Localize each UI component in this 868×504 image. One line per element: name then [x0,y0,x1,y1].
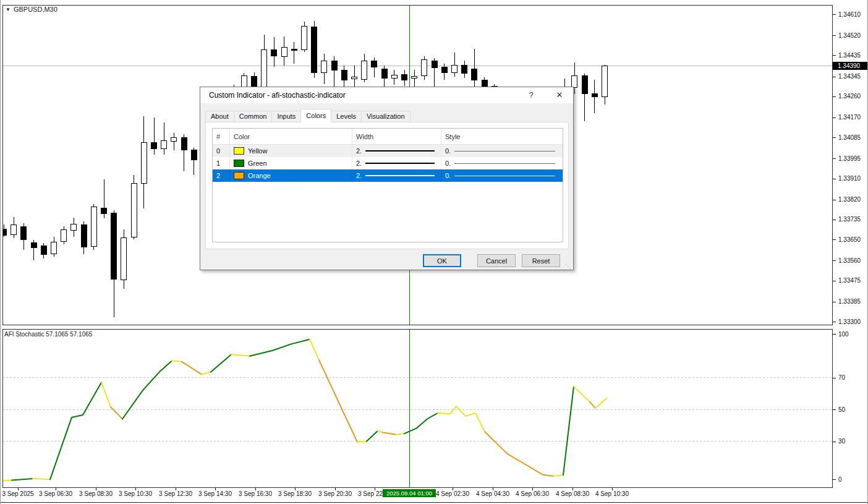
style-value: 0. [445,160,451,167]
candle [352,66,357,90]
mt4-chart-window: ▼ GBPUSD,M30 AFI Stochastic 57.1065 57.1… [0,0,868,504]
price-tick-label: 1.34520 [838,32,861,39]
price-tick [833,260,836,261]
candle [472,49,477,90]
tab-strip: AboutCommonInputsColorsLevelsVisualizati… [205,109,410,122]
price-tick [833,14,836,15]
time-tick-label: 4 Sep 10:30 [595,490,629,497]
price-tick [833,179,836,179]
stochastic-line-segment [182,362,202,375]
candle [302,22,307,52]
time-tick-label: 3 Sep 18:30 [278,490,312,497]
price-tick-label: 1.34610 [838,11,861,18]
price-tick [833,77,836,77]
help-button[interactable]: ? [523,89,539,101]
candle [31,240,36,260]
color-cell: Yellow [230,145,352,157]
indicator-tick [833,479,836,480]
price-tick-label: 1.34085 [838,134,861,141]
custom-indicator-dialog: Custom Indicator - afi-stochastic-indica… [200,87,574,270]
price-tick [833,200,836,200]
ok-button[interactable]: OK [423,254,461,267]
width-value: 2. [356,147,362,155]
style-cell[interactable]: 0. [441,145,563,157]
stochastic-line-segment [378,431,383,433]
stochastic-line-segment [554,475,563,476]
width-line-sample [365,175,435,176]
symbol-label[interactable]: ▼ GBPUSD,M30 [6,6,57,13]
candle [372,58,377,78]
candle [452,53,457,77]
color-name: Yellow [248,147,267,155]
colors-table[interactable]: #ColorWidthStyle0Yellow2.0.1Green2.0.2Or… [212,128,563,242]
candle [432,58,437,88]
time-tick-label: 4 Sep 06:30 [516,490,549,497]
time-tick-label: 3 Sep 20:30 [318,490,352,497]
resize-grip[interactable]: ⋱ [565,263,571,270]
candle [101,179,107,218]
row-index: 2 [213,169,230,182]
style-line-sample [454,151,555,152]
candle [41,243,46,258]
row-index: 0 [213,145,230,157]
candle [171,133,177,150]
time-tick-label: 3 Sep 08:30 [79,490,113,497]
current-price-box: 1.34390 [833,62,868,70]
tab-about[interactable]: About [205,111,234,122]
price-tick-label: 1.33385 [838,298,861,305]
style-cell[interactable]: 0. [441,169,563,182]
width-cell[interactable]: 2. [352,157,441,169]
price-tick-label: 1.33995 [838,155,861,162]
close-icon[interactable]: ✕ [551,89,568,101]
candle [362,54,367,82]
style-cell[interactable]: 0. [441,157,563,169]
candle [391,70,397,85]
width-cell[interactable]: 2. [352,169,441,182]
tab-inputs[interactable]: Inputs [271,111,301,122]
price-tick [833,281,836,281]
candle [602,65,608,105]
color-swatch[interactable] [234,172,244,179]
color-row-yellow[interactable]: 0Yellow2.0. [213,145,563,157]
price-tick-label: 1.33910 [838,175,861,182]
color-row-orange[interactable]: 2Orange2.0. [213,169,563,182]
stochastic-line-segment [367,431,378,442]
reset-button[interactable]: Reset [522,254,560,267]
price-tick [833,322,836,322]
stochastic-line-segment [357,442,367,442]
color-row-green[interactable]: 1Green2.0. [213,157,563,169]
time-cursor-label: 2025.09.04 01:00 [383,489,436,497]
price-tick-label: 1.33475 [838,277,861,284]
candle [321,54,327,84]
time-tick-label: 3 Sep 10:30 [119,490,152,497]
tab-visualization[interactable]: Visualization [361,111,411,122]
tab-common[interactable]: Common [234,111,273,122]
column-header-width: Width [352,129,441,144]
stochastic-line-segment [101,382,111,407]
color-cell: Green [230,157,352,169]
indicator-panel-border [2,329,832,487]
color-swatch[interactable] [234,160,244,167]
dialog-titlebar[interactable]: Custom Indicator - afi-stochastic-indica… [200,87,573,103]
stochastic-line-segment [111,407,122,419]
candle [11,217,17,238]
stochastic-line-segment [202,372,211,375]
indicator-tick-label: 70 [838,374,845,381]
candle [141,116,147,208]
price-tick [833,55,836,56]
candle [121,229,127,289]
tab-levels[interactable]: Levels [331,111,362,122]
dialog-title: Custom Indicator - afi-stochastic-indica… [209,87,346,103]
width-value: 2. [356,160,362,167]
width-cell[interactable]: 2. [352,145,441,157]
price-tick [833,96,836,97]
time-tick-label: 4 Sep 02:30 [436,490,469,497]
time-tick-label: 4 Sep 08:30 [556,490,589,497]
candle [151,117,157,155]
stochastic-line-segment [310,340,319,361]
candle [291,42,297,64]
candle [61,226,67,244]
cancel-button[interactable]: Cancel [477,254,516,267]
tab-colors[interactable]: Colors [300,109,331,122]
color-swatch[interactable] [234,147,244,155]
